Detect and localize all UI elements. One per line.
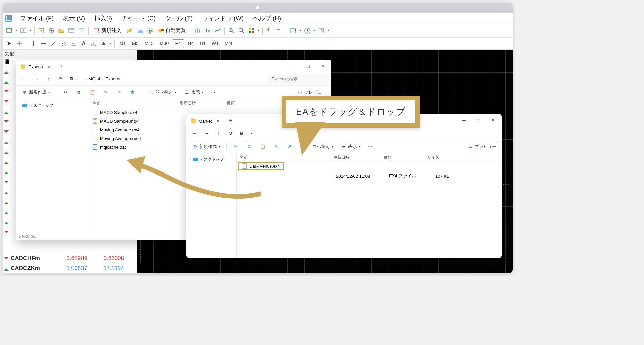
menu-file[interactable]: ファイル (F) bbox=[16, 13, 58, 24]
fibo-button[interactable] bbox=[69, 39, 78, 48]
col-size[interactable]: サイズ bbox=[425, 153, 458, 162]
timeframe-M5[interactable]: M5 bbox=[129, 39, 141, 48]
share-button[interactable]: ↗ bbox=[113, 88, 125, 97]
cut-button[interactable]: ✂ bbox=[60, 88, 71, 97]
col-type[interactable]: 種類 bbox=[224, 99, 271, 108]
menu-view[interactable]: 表示 (V) bbox=[59, 13, 89, 24]
navigator-button[interactable] bbox=[57, 26, 66, 36]
delete-button[interactable]: 🗑 bbox=[127, 88, 138, 97]
shapes-dropdown[interactable] bbox=[109, 42, 112, 45]
timeframe-W1[interactable]: W1 bbox=[209, 39, 221, 48]
shift-button[interactable] bbox=[275, 26, 284, 36]
new-button[interactable]: ⊕新規作成▾ bbox=[19, 88, 53, 97]
profiles-button[interactable] bbox=[19, 26, 28, 36]
search-input[interactable] bbox=[268, 74, 329, 84]
new-chart-button[interactable] bbox=[5, 26, 14, 36]
hline-button[interactable] bbox=[39, 39, 48, 48]
copy-button[interactable]: ⧉ bbox=[73, 88, 85, 97]
new-order-button[interactable]: 新規注文 bbox=[91, 26, 124, 36]
strategy-tester-button[interactable]: $ bbox=[77, 26, 86, 36]
timeframe-D1[interactable]: D1 bbox=[197, 39, 208, 48]
trendline-button[interactable] bbox=[49, 39, 58, 48]
breadcrumb-more[interactable]: ⋯ bbox=[79, 76, 83, 81]
more-button[interactable]: ⋯ bbox=[365, 143, 375, 150]
market-watch-button[interactable] bbox=[37, 26, 46, 36]
close-button[interactable]: ✕ bbox=[486, 115, 500, 125]
share-button[interactable]: ↗ bbox=[284, 142, 295, 151]
menu-chart[interactable]: チャート (C) bbox=[117, 13, 160, 24]
back-button[interactable]: ← bbox=[19, 74, 30, 84]
auto-trade-button[interactable]: 自動売買 bbox=[155, 26, 189, 36]
menu-help[interactable]: ヘルプ (H) bbox=[249, 13, 285, 24]
breadcrumb-item[interactable]: Experts bbox=[105, 76, 120, 81]
sidebar-desktop[interactable]: ›デスクトップ bbox=[186, 155, 236, 164]
cursor-button[interactable] bbox=[5, 39, 14, 48]
indicators-dropdown[interactable] bbox=[299, 29, 302, 32]
breadcrumb-more[interactable]: ⋯ bbox=[249, 131, 254, 136]
view-button[interactable]: ☰表示▾ bbox=[338, 142, 363, 151]
tab-close-icon[interactable]: ✕ bbox=[47, 64, 51, 69]
menu-tools[interactable]: ツール (T) bbox=[161, 13, 197, 24]
up-button[interactable]: ↑ bbox=[43, 74, 54, 84]
sidebar-desktop[interactable]: ›デスクトップ bbox=[16, 101, 90, 110]
menu-window[interactable]: ウィンドウ (W) bbox=[198, 13, 248, 24]
new-tab-button[interactable]: ＋ bbox=[56, 61, 67, 71]
col-date[interactable]: 更新日時 bbox=[331, 153, 381, 162]
breadcrumb[interactable]: 🖥› ⋯› MQL4› Experts bbox=[67, 76, 122, 81]
timeframe-H1[interactable]: H1 bbox=[172, 39, 184, 48]
metaeditor-button[interactable] bbox=[125, 26, 134, 36]
breadcrumb-item[interactable]: MQL4 bbox=[88, 76, 100, 81]
minimize-button[interactable]: — bbox=[286, 61, 301, 71]
line-chart-button[interactable] bbox=[213, 26, 222, 36]
sort-button[interactable]: ↑↓並べ替え▾ bbox=[145, 88, 179, 97]
label-button[interactable]: T bbox=[89, 39, 98, 48]
maximize-button[interactable]: ▢ bbox=[301, 61, 315, 71]
forward-button[interactable]: → bbox=[201, 128, 212, 139]
tile-button[interactable] bbox=[247, 26, 256, 36]
signals-button[interactable] bbox=[145, 26, 154, 36]
refresh-button[interactable]: ⟳ bbox=[225, 128, 236, 139]
zoom-in-button[interactable] bbox=[227, 26, 236, 36]
timeframe-M1[interactable]: M1 bbox=[117, 39, 128, 48]
timeframe-MN[interactable]: MN bbox=[222, 39, 235, 48]
rename-button[interactable]: ✎ bbox=[100, 88, 111, 97]
paste-button[interactable]: 📋 bbox=[257, 142, 268, 151]
breadcrumb[interactable]: 🖥› ⋯ bbox=[237, 131, 256, 136]
bar-chart-button[interactable] bbox=[193, 26, 202, 36]
data-window-button[interactable] bbox=[47, 26, 56, 36]
up-button[interactable]: ↑ bbox=[213, 128, 224, 139]
tab-close-icon[interactable]: ✕ bbox=[216, 119, 220, 124]
candle-chart-button[interactable] bbox=[203, 26, 212, 36]
explorer-market-window[interactable]: Market✕ ＋ — ▢ ✕ ← → ↑ ⟳ 🖥› ⋯ ⊕新規作成▾ ✂ ⧉ … bbox=[186, 114, 502, 258]
col-name[interactable]: 名前 bbox=[90, 99, 177, 108]
indicators-button[interactable] bbox=[288, 26, 298, 36]
maximize-button[interactable]: ▢ bbox=[471, 115, 486, 125]
crosshair-button[interactable] bbox=[15, 39, 24, 48]
new-tab-button[interactable]: ＋ bbox=[225, 116, 236, 125]
refresh-button[interactable]: ⟳ bbox=[55, 74, 66, 84]
col-date[interactable]: 更新日時 bbox=[177, 99, 224, 108]
templates-button[interactable] bbox=[317, 26, 326, 36]
copy-button[interactable]: ⧉ bbox=[244, 142, 255, 151]
cloud-button[interactable] bbox=[135, 26, 144, 36]
shapes-button[interactable] bbox=[99, 39, 108, 48]
forward-button[interactable]: → bbox=[31, 74, 42, 84]
explorer1-tab[interactable]: Experts✕ bbox=[17, 62, 54, 71]
back-button[interactable]: ← bbox=[189, 128, 200, 139]
timeframe-H4[interactable]: H4 bbox=[185, 39, 196, 48]
templates-dropdown[interactable] bbox=[327, 29, 330, 32]
close-button[interactable]: ✕ bbox=[315, 61, 330, 71]
file-dark-venus[interactable]: Dark Venus.ex4 bbox=[238, 162, 284, 170]
view-button[interactable]: ☰表示▾ bbox=[181, 88, 206, 97]
vline-button[interactable] bbox=[29, 39, 38, 48]
minimize-button[interactable]: — bbox=[456, 115, 471, 125]
market-row-CADCZKm[interactable]: CADCZKm 17.0837 17.1124 bbox=[3, 263, 137, 273]
terminal-button[interactable] bbox=[67, 26, 76, 36]
timeframe-M15[interactable]: M15 bbox=[142, 39, 156, 48]
new-chart-dropdown[interactable] bbox=[15, 29, 18, 32]
col-type[interactable]: 種類 bbox=[381, 153, 425, 162]
tile-dropdown[interactable] bbox=[257, 29, 260, 32]
text-button[interactable]: A bbox=[79, 39, 88, 48]
periodicity-button[interactable] bbox=[303, 26, 312, 36]
scroll-button[interactable] bbox=[265, 26, 274, 36]
